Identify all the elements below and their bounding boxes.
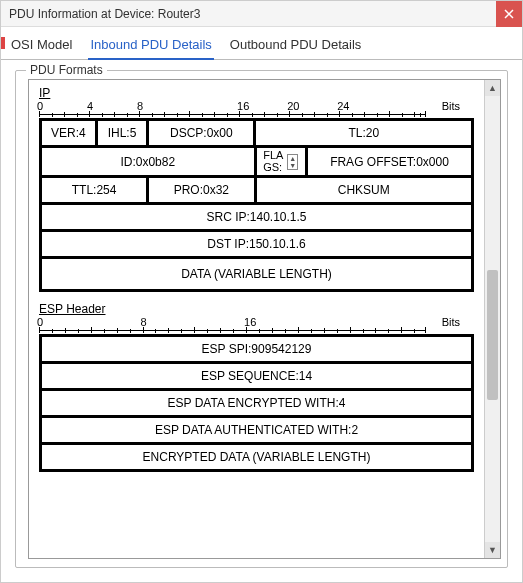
chevron-up-icon[interactable]: ▲ [288, 155, 297, 162]
vertical-scrollbar[interactable]: ▲ ▼ [484, 80, 500, 558]
tabs: OSI Model Inbound PDU Details Outbound P… [1, 27, 522, 60]
pdu-formats-group: PDU Formats IP 0 4 8 16 20 24 Bits [15, 70, 508, 568]
ip-src-field: SRC IP:140.10.1.5 [42, 205, 471, 229]
esp-header-table: ESP SPI:909542129 ESP SEQUENCE:14 ESP DA… [39, 334, 474, 472]
ip-pro-field: PRO:0x32 [149, 178, 256, 202]
ip-ver-field: VER:4 [42, 121, 98, 145]
titlebar: PDU Information at Device: Router3 [1, 1, 522, 27]
close-button[interactable] [496, 1, 522, 27]
fieldset-label: PDU Formats [26, 63, 107, 77]
esp-bit-ruler: 0 8 16 Bits [39, 318, 474, 332]
ip-dst-field: DST IP:150.10.1.6 [42, 232, 471, 256]
ip-ihl-field: IHL:5 [98, 121, 149, 145]
tab-osi-model[interactable]: OSI Model [9, 33, 74, 59]
bits-label: Bits [442, 100, 460, 112]
ip-bit-ruler: 0 4 8 16 20 24 Bits [39, 102, 474, 116]
body-area: PDU Formats IP 0 4 8 16 20 24 Bits [1, 60, 522, 582]
bits-label: Bits [442, 316, 460, 328]
esp-auth-with-field: ESP DATA AUTHENTICATED WITH:2 [42, 418, 471, 442]
esp-spi-field: ESP SPI:909542129 [42, 337, 471, 361]
chevron-down-icon[interactable]: ▼ [288, 162, 297, 169]
esp-enc-data-field: ENCRYPTED DATA (VARIABLE LENGTH) [42, 445, 471, 469]
ip-header-table: VER:4 IHL:5 DSCP:0x00 TL:20 ID:0x0b82 FL… [39, 118, 474, 292]
window-title: PDU Information at Device: Router3 [9, 7, 200, 21]
close-icon [504, 9, 514, 19]
flags-spinner[interactable]: ▲ ▼ [287, 154, 298, 170]
ip-flags-field: FLAGS: ▲ ▼ [257, 148, 308, 175]
tab-outbound-pdu-details[interactable]: Outbound PDU Details [228, 33, 364, 59]
esp-section-title: ESP Header [39, 302, 474, 316]
ip-ttl-field: TTL:254 [42, 178, 149, 202]
scroll-thumb[interactable] [487, 270, 498, 400]
pdu-formats-panel: IP 0 4 8 16 20 24 Bits [28, 79, 501, 559]
esp-enc-with-field: ESP DATA ENCRYPTED WITH:4 [42, 391, 471, 415]
ip-id-field: ID:0x0b82 [42, 148, 257, 175]
scroll-up-arrow-icon[interactable]: ▲ [485, 80, 500, 96]
ip-data-field: DATA (VARIABLE LENGTH) [42, 259, 471, 289]
ip-dscp-field: DSCP:0x00 [149, 121, 256, 145]
ip-frag-field: FRAG OFFSET:0x000 [308, 148, 471, 175]
esp-seq-field: ESP SEQUENCE:14 [42, 364, 471, 388]
ip-chksum-field: CHKSUM [257, 178, 472, 202]
scroll-down-arrow-icon[interactable]: ▼ [485, 542, 500, 558]
ip-tl-field: TL:20 [256, 121, 471, 145]
ip-section-title: IP [39, 86, 474, 100]
pdu-info-window: PDU Information at Device: Router3 OSI M… [0, 0, 523, 583]
tab-inbound-pdu-details[interactable]: Inbound PDU Details [88, 33, 213, 60]
scroll-content: IP 0 4 8 16 20 24 Bits [29, 80, 484, 558]
